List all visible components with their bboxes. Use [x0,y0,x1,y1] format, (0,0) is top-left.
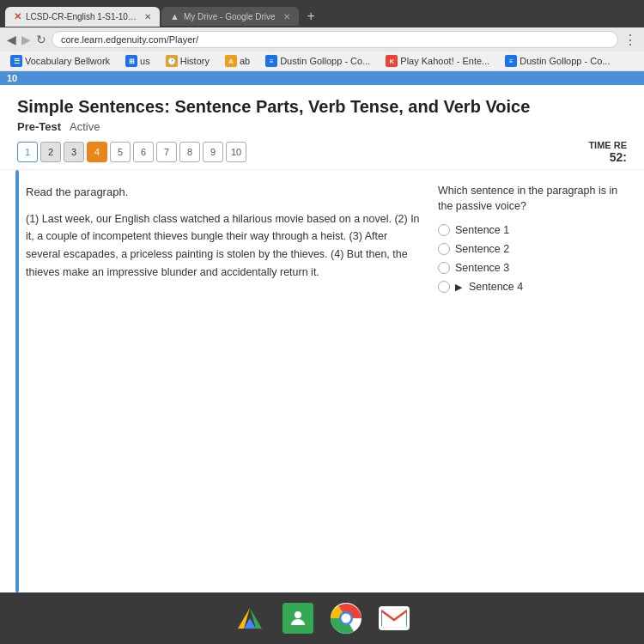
pre-test-label: Pre-Test [17,120,61,133]
bookmark-kahoot-label: Play Kahoot! - Ente... [400,56,489,66]
left-panel: Read the paragraph. (1) Last week, our E… [26,184,421,300]
page-number-bar: 10 [0,71,644,85]
q-btn-10[interactable]: 10 [226,142,246,162]
q-btn-2[interactable]: 2 [40,142,61,162]
radio-s1[interactable] [438,224,450,236]
radio-s2[interactable] [438,243,450,255]
chrome-taskbar-icon[interactable] [331,603,361,634]
q-btn-9[interactable]: 9 [203,142,223,162]
q-btn-8[interactable]: 8 [179,142,200,162]
answer-option-s2[interactable]: Sentence 2 [438,243,627,255]
question-text: Which sentence in the paragraph is in th… [438,184,627,214]
back-button[interactable]: ◀ [7,33,16,46]
bookmark-dustin2[interactable]: ≡ Dustin Gollopp - Co... [501,54,613,68]
right-panel: Which sentence in the paragraph is in th… [438,184,627,300]
svg-point-4 [295,611,301,618]
radio-s4[interactable] [438,281,450,293]
taskbar [0,592,644,644]
content-area: 10 Simple Sentences: Sentence Parts, Ver… [0,71,644,592]
tab-close-drive[interactable]: ✕ [283,12,290,21]
pre-test-row: Pre-Test Active [17,120,627,133]
timer-value: 52: [588,150,627,164]
bookmark-history[interactable]: 🕐 History [162,54,213,68]
left-accent-bar [15,170,19,592]
gmail-taskbar-icon[interactable] [379,606,410,630]
read-instruction: Read the paragraph. [26,184,421,202]
bookmark-vocabulary-label: Vocabulary Bellwork [25,56,110,66]
option-label-s1: Sentence 1 [455,224,509,236]
bookmark-ab-label: ab [240,56,250,66]
reload-button[interactable]: ↻ [36,33,46,46]
bookmark-history-icon: 🕐 [166,55,178,67]
timer-section: TIME RE 52: [588,140,627,164]
tab-bar: ✕ LCSD-CR-English 1-S1-1001310 ✕ ▲ My Dr… [0,0,644,27]
bookmarks-bar: ☰ Vocabulary Bellwork ⊞ us 🕐 History A a… [0,52,644,71]
timer-label: TIME RE [588,140,627,150]
paragraph-text: (1) Last week, our English class watched… [26,210,421,282]
bookmark-dustin1[interactable]: ≡ Dustin Gollopp - Co... [262,54,374,68]
tab-label-edgenuity: LCSD-CR-English 1-S1-1001310 [26,12,137,21]
drive-tab-icon: ▲ [170,11,179,21]
bookmark-vocabulary-icon: ☰ [10,55,22,67]
address-bar[interactable]: core.learn.edgenuity.com/Player/ [52,31,618,48]
bookmark-dustin1-label: Dustin Gollopp - Co... [280,56,370,66]
address-text: core.learn.edgenuity.com/Player/ [61,34,198,45]
radio-s3[interactable] [438,262,450,274]
cursor-indicator [455,281,464,293]
answer-option-s4[interactable]: Sentence 4 [438,281,627,293]
bookmark-ab-icon: A [225,55,237,67]
lesson-title: Simple Sentences: Sentence Parts, Verb T… [17,97,627,117]
bookmark-vocabulary[interactable]: ☰ Vocabulary Bellwork [7,54,113,68]
bookmark-dustin2-label: Dustin Gollopp - Co... [519,56,610,66]
tab-drive[interactable]: ▲ My Drive - Google Drive ✕ [161,7,299,26]
q-btn-5[interactable]: 5 [110,142,131,162]
bookmark-history-label: History [180,56,210,66]
answer-option-s3[interactable]: Sentence 3 [438,262,627,274]
bookmark-us-icon: ⊞ [125,55,137,67]
tab-close-edgenuity[interactable]: ✕ [144,12,151,21]
q-btn-6[interactable]: 6 [133,142,154,162]
new-tab-button[interactable]: + [301,5,322,27]
address-bar-row: ◀ ▶ ↻ core.learn.edgenuity.com/Player/ ⋮ [0,27,644,52]
active-badge: Active [70,120,100,133]
q-btn-7[interactable]: 7 [156,142,177,162]
question-area: Read the paragraph. (1) Last week, our E… [0,170,644,313]
bookmark-ab[interactable]: A ab [222,54,253,68]
q-btn-3[interactable]: 3 [64,142,84,162]
svg-rect-8 [381,609,407,628]
bookmark-kahoot-icon: K [386,55,398,67]
bookmark-us[interactable]: ⊞ us [122,54,154,68]
bookmark-dustin1-icon: ≡ [265,55,277,67]
question-nav: 1 2 3 4 5 6 7 8 9 10 [17,142,246,162]
menu-button[interactable]: ⋮ [623,32,637,48]
option-label-s3: Sentence 3 [455,262,509,274]
q-btn-1[interactable]: 1 [17,142,38,162]
option-label-s4: Sentence 4 [469,281,523,293]
bookmark-us-label: us [140,56,150,66]
browser-window: ✕ LCSD-CR-English 1-S1-1001310 ✕ ▲ My Dr… [0,0,644,592]
forward-button[interactable]: ▶ [21,33,31,46]
tab-x-icon: ✕ [14,11,21,22]
bookmark-kahoot[interactable]: K Play Kahoot! - Ente... [382,54,493,68]
svg-point-7 [342,614,351,623]
answer-option-s1[interactable]: Sentence 1 [438,224,627,236]
google-drive-taskbar-icon[interactable] [234,603,265,634]
tab-edgenuity[interactable]: ✕ LCSD-CR-English 1-S1-1001310 ✕ [5,7,160,27]
tab-label-drive: My Drive - Google Drive [184,12,276,21]
q-btn-4[interactable]: 4 [87,142,107,162]
bookmark-dustin2-icon: ≡ [505,55,517,67]
page-number: 10 [7,73,17,83]
browser-chrome: ✕ LCSD-CR-English 1-S1-1001310 ✕ ▲ My Dr… [0,0,644,71]
page-title-section: Simple Sentences: Sentence Parts, Verb T… [0,85,644,170]
people-taskbar-icon[interactable] [283,603,313,634]
option-label-s2: Sentence 2 [455,243,509,255]
